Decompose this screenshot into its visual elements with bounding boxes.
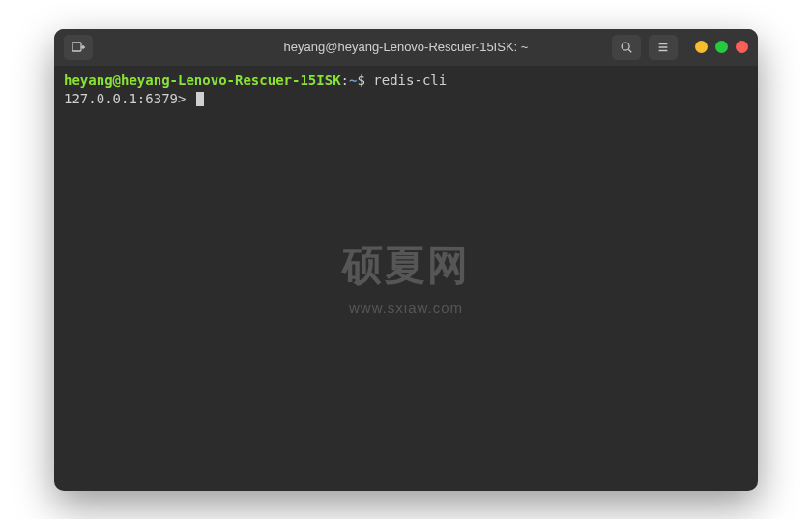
prompt-colon: : xyxy=(341,72,349,88)
cursor xyxy=(196,92,204,106)
redis-prompt: 127.0.0.1:6379> xyxy=(64,91,194,106)
command-text: redis-cli xyxy=(373,72,447,88)
hamburger-icon xyxy=(656,41,670,54)
window-controls xyxy=(695,41,748,53)
terminal-window: heyang@heyang-Lenovo-Rescuer-15ISK: ~ xyxy=(54,29,758,491)
right-controls xyxy=(612,35,748,60)
svg-point-3 xyxy=(622,43,629,50)
terminal-body[interactable]: heyang@heyang-Lenovo-Rescuer-15ISK:~$ re… xyxy=(54,66,758,491)
watermark-text: 硕夏网 xyxy=(342,238,470,295)
watermark: 硕夏网 www.sxiaw.com xyxy=(342,238,470,319)
titlebar: heyang@heyang-Lenovo-Rescuer-15ISK: ~ xyxy=(54,29,758,66)
command-line-2: 127.0.0.1:6379> xyxy=(64,90,748,109)
new-tab-button[interactable] xyxy=(64,35,93,60)
search-button[interactable] xyxy=(612,35,641,60)
command-line-1: heyang@heyang-Lenovo-Rescuer-15ISK:~$ re… xyxy=(64,72,748,91)
watermark-url: www.sxiaw.com xyxy=(342,298,470,318)
svg-line-4 xyxy=(628,49,631,52)
window-title: heyang@heyang-Lenovo-Rescuer-15ISK: ~ xyxy=(284,40,529,54)
new-tab-icon xyxy=(71,40,86,55)
svg-rect-0 xyxy=(72,43,81,51)
minimize-button[interactable] xyxy=(695,41,708,53)
maximize-button[interactable] xyxy=(715,41,728,53)
prompt-dollar: $ xyxy=(357,72,373,88)
prompt-user: heyang@heyang-Lenovo-Rescuer-15ISK xyxy=(64,72,341,88)
menu-button[interactable] xyxy=(649,35,678,60)
close-button[interactable] xyxy=(736,41,748,53)
search-icon xyxy=(620,41,633,54)
